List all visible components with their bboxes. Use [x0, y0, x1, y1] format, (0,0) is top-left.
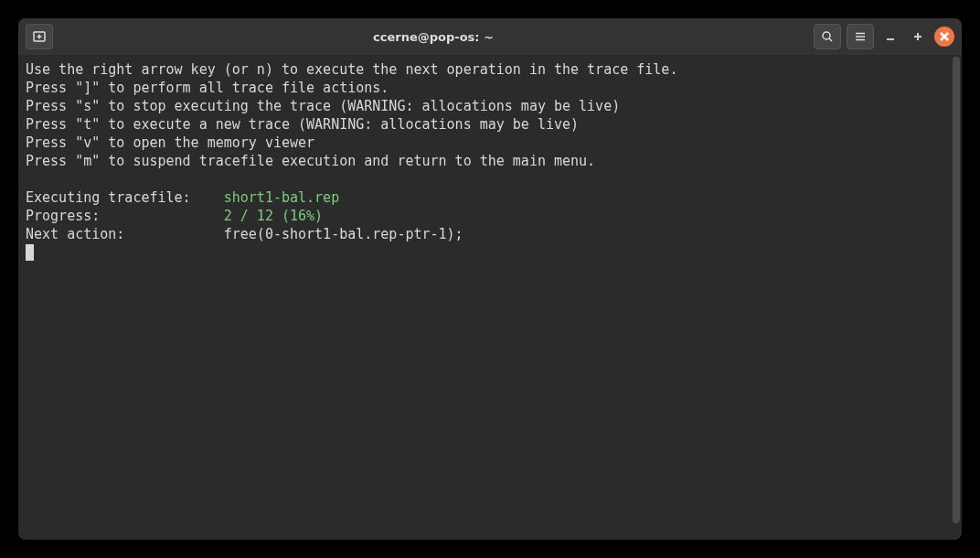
- minimize-icon: [885, 31, 896, 42]
- help-line: Press "]" to perform all trace file acti…: [26, 80, 389, 96]
- window-title: ccerne@pop-os: ~: [59, 30, 808, 44]
- help-line: Press "m" to suspend tracefile execution…: [26, 153, 595, 169]
- progress-value: 2 / 12 (16%): [224, 208, 323, 224]
- help-line: Use the right arrow key (or n) to execut…: [26, 61, 677, 78]
- tracefile-label: Executing tracefile:: [26, 189, 224, 206]
- search-button[interactable]: [814, 24, 841, 49]
- terminal-body[interactable]: Use the right arrow key (or n) to execut…: [18, 55, 962, 540]
- help-line: Press "s" to stop executing the trace (W…: [26, 98, 620, 114]
- menu-button[interactable]: [847, 24, 874, 49]
- cursor: [26, 244, 34, 261]
- close-button[interactable]: [934, 27, 954, 47]
- titlebar-right: [814, 24, 954, 49]
- maximize-button[interactable]: [907, 26, 929, 48]
- scrollbar[interactable]: [953, 57, 960, 523]
- help-line: Press "t" to execute a new trace (WARNIN…: [26, 116, 579, 133]
- svg-point-3: [823, 32, 830, 39]
- terminal-window: ccerne@pop-os: ~: [18, 18, 962, 540]
- hamburger-icon: [853, 29, 868, 44]
- maximize-icon: [912, 31, 923, 42]
- search-icon: [820, 29, 835, 44]
- close-icon: [940, 32, 949, 41]
- svg-line-4: [829, 38, 832, 41]
- next-action-label: Next action:: [26, 226, 224, 242]
- next-action-value: free(0-short1-bal.rep-ptr-1);: [224, 226, 463, 242]
- tracefile-value: short1-bal.rep: [224, 189, 339, 206]
- progress-label: Progress:: [26, 208, 224, 224]
- titlebar: ccerne@pop-os: ~: [18, 18, 962, 55]
- new-tab-icon: [32, 29, 47, 44]
- titlebar-left: [26, 24, 53, 49]
- help-line: Press "v" to open the memory viewer: [26, 134, 314, 151]
- minimize-button[interactable]: [879, 26, 901, 48]
- new-tab-button[interactable]: [26, 24, 53, 49]
